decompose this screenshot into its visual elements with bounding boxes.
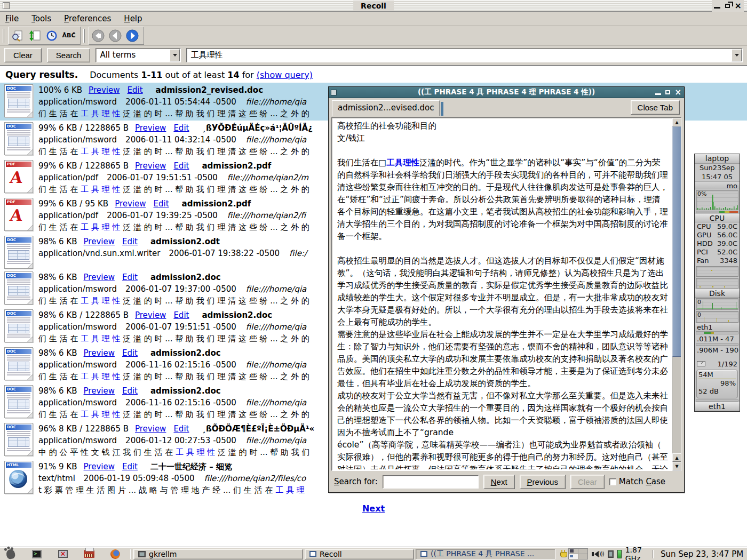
gkrellm-hostname[interactable]: laptop bbox=[695, 154, 740, 164]
toolbar-handle-2[interactable] bbox=[83, 29, 85, 43]
gnome-menu-icon[interactable] bbox=[5, 549, 16, 559]
clear-button[interactable]: Clear bbox=[4, 48, 42, 62]
edit-link[interactable]: Edit bbox=[122, 237, 138, 246]
taskbar-clock[interactable]: Sun Sep 23, 3:47 PM bbox=[655, 549, 747, 559]
menu-help[interactable]: Help bbox=[124, 14, 142, 23]
workspace-pager[interactable] bbox=[568, 548, 588, 559]
next-page-link[interactable]: Next bbox=[0, 503, 747, 514]
edit-link[interactable]: Edit bbox=[122, 386, 138, 396]
firefox-icon[interactable] bbox=[110, 549, 121, 559]
minimize-icon[interactable] bbox=[714, 7, 720, 9]
doc-file-icon[interactable]: DOC bbox=[4, 309, 33, 342]
search-button[interactable]: Search bbox=[47, 48, 91, 62]
menu-preferences[interactable]: Preferences bbox=[64, 14, 111, 23]
preview-titlebar[interactable]: ((工 PHRASE 4 具 PHRASE 4 理 PHRASE 4 性)) × bbox=[329, 87, 684, 98]
preview-link[interactable]: Preview bbox=[115, 199, 146, 209]
doc-file-icon[interactable]: DOC bbox=[4, 236, 33, 269]
scroll-down-icon[interactable]: ▼ bbox=[672, 462, 681, 470]
edit-link[interactable]: Edit bbox=[173, 424, 189, 434]
gkrellm-footer-label[interactable]: eth1 bbox=[695, 402, 740, 411]
preview-scrollbar[interactable]: ▲ ▲ ▼ bbox=[672, 118, 681, 470]
edit-link[interactable]: Edit bbox=[173, 123, 189, 133]
edit-link[interactable]: Edit bbox=[173, 310, 189, 320]
cpu-chart[interactable]: 0% bbox=[696, 190, 738, 210]
preview-link[interactable]: Preview bbox=[84, 273, 115, 282]
close-icon[interactable]: × bbox=[735, 2, 742, 10]
preview-link[interactable]: Preview bbox=[135, 161, 166, 171]
preview-link[interactable]: Preview bbox=[84, 386, 115, 396]
doc-file-icon[interactable]: DOC bbox=[4, 271, 33, 305]
taskbar-button-recoll[interactable]: Recoll bbox=[305, 549, 414, 559]
match-case-checkbox[interactable] bbox=[609, 478, 616, 485]
query-input[interactable]: 工具理性 bbox=[186, 48, 743, 62]
power-plug-icon[interactable] bbox=[560, 550, 565, 558]
menu-file[interactable]: File bbox=[5, 14, 19, 23]
scroll-up-icon[interactable]: ▲ bbox=[672, 118, 681, 126]
edit-link[interactable]: Edit bbox=[122, 462, 138, 471]
chevron-down-icon[interactable] bbox=[170, 49, 180, 61]
taskbar-handle[interactable] bbox=[130, 549, 131, 559]
find-clear-button[interactable]: Clear bbox=[570, 475, 605, 489]
window-menu-button[interactable] bbox=[3, 2, 10, 9]
doc-file-icon[interactable]: DOC bbox=[4, 122, 33, 155]
toolbar-handle[interactable] bbox=[3, 29, 4, 43]
advanced-search-icon[interactable] bbox=[10, 28, 26, 43]
sort-icon[interactable] bbox=[27, 28, 43, 43]
edit-link[interactable]: Edit bbox=[154, 199, 169, 209]
speaker-icon[interactable]: ))) bbox=[592, 551, 604, 557]
doc-file-icon[interactable]: DOC bbox=[4, 347, 33, 380]
preview-link[interactable]: Preview bbox=[89, 85, 120, 95]
sensor-chart-lower[interactable] bbox=[696, 278, 738, 289]
close-tab-button[interactable]: Close Tab bbox=[631, 100, 680, 115]
mail-readout[interactable]: 1/192 bbox=[695, 360, 740, 369]
preview-link[interactable]: Preview bbox=[135, 310, 166, 320]
disk-chart-2[interactable]: 0 bbox=[696, 311, 738, 323]
query-history-chevron-icon[interactable] bbox=[732, 49, 742, 61]
preview-content[interactable]: 高校招生的社会功能和目的文/钱江 我们生活在□工具理性泛滥的时代。作为“世之显学… bbox=[331, 117, 681, 471]
preview-minimize-icon[interactable] bbox=[655, 93, 661, 95]
next-page-icon[interactable] bbox=[124, 28, 140, 43]
taskbar-button-gkrellm[interactable]: gkrellm bbox=[133, 549, 303, 559]
memory-volume-meter[interactable]: 54M 98% 52 dB bbox=[696, 370, 738, 398]
recoll-titlebar[interactable]: Recoll × bbox=[0, 0, 747, 12]
typewriter-icon[interactable] bbox=[84, 549, 94, 559]
sensor-chart-upper[interactable] bbox=[696, 266, 738, 277]
find-next-button[interactable]: Next bbox=[483, 475, 515, 489]
edit-link[interactable]: Edit bbox=[173, 161, 189, 171]
preview-maximize-icon[interactable] bbox=[665, 90, 670, 94]
scrollbar-thumb[interactable] bbox=[672, 126, 681, 357]
taskbar-button-preview[interactable]: ((工 PHRASE 4 具 PHRASE ... bbox=[416, 549, 555, 559]
menu-tools[interactable]: Tools bbox=[31, 14, 51, 23]
edit-link[interactable]: Edit bbox=[122, 348, 138, 358]
find-previous-button[interactable]: Previous bbox=[520, 475, 566, 489]
match-case-option[interactable]: Match Case bbox=[609, 477, 665, 486]
cpu-section-label[interactable]: CPU bbox=[695, 214, 740, 222]
search-mode-select[interactable]: All terms bbox=[96, 48, 181, 62]
disk-section-label[interactable]: Disk bbox=[695, 289, 740, 298]
gkrellm-monitor[interactable]: laptop Sun23Sep 15:47 05 mo 0% CPU CPU59… bbox=[694, 154, 740, 412]
doc-file-icon[interactable]: DOC bbox=[4, 423, 33, 456]
history-icon[interactable] bbox=[44, 28, 60, 43]
edit-link[interactable]: Edit bbox=[122, 273, 138, 282]
preview-tab[interactable]: admission2...evised.doc bbox=[332, 100, 440, 116]
preview-close-icon[interactable]: × bbox=[674, 87, 681, 97]
preview-window-menu-button[interactable] bbox=[331, 90, 337, 95]
net-interface-label[interactable]: eth1 bbox=[695, 323, 740, 331]
html-file-icon[interactable]: HTML bbox=[4, 461, 33, 494]
show-query-link[interactable]: (show query) bbox=[257, 70, 313, 80]
preview-link[interactable]: Preview bbox=[84, 237, 115, 246]
doc-file-icon[interactable]: DOC bbox=[4, 84, 33, 117]
scroll-up2-icon[interactable]: ▲ bbox=[672, 453, 681, 462]
preview-search-input[interactable] bbox=[383, 475, 479, 489]
pdf-file-icon[interactable]: PDFA bbox=[4, 160, 33, 193]
terminal-icon[interactable]: >_ bbox=[31, 549, 42, 559]
preview-link[interactable]: Preview bbox=[135, 424, 166, 434]
preview-link[interactable]: Preview bbox=[84, 348, 115, 358]
term-explorer-icon[interactable]: ÅBĈ bbox=[61, 28, 77, 43]
screen-off-icon[interactable]: ✕ bbox=[58, 549, 68, 559]
edit-link[interactable]: Edit bbox=[127, 85, 142, 95]
cpu-battery-icon[interactable] bbox=[608, 550, 614, 558]
preview-link[interactable]: Preview bbox=[84, 462, 115, 471]
restore-icon[interactable] bbox=[725, 4, 730, 8]
first-page-icon[interactable] bbox=[90, 28, 106, 43]
